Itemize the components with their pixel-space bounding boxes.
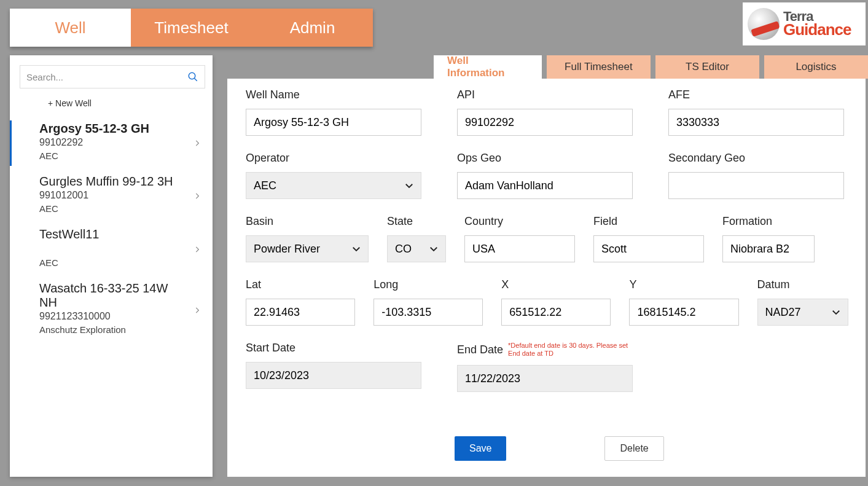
logo-swoosh-icon bbox=[748, 8, 780, 40]
field-long: Long -103.3315 bbox=[373, 278, 483, 326]
detail-sub-tabs: Well Information Full Timesheet TS Edito… bbox=[434, 55, 868, 79]
field-formation: Formation Niobrara B2 bbox=[722, 215, 815, 262]
new-well-button[interactable]: + New Well bbox=[10, 95, 213, 117]
well-information-panel: Well Name Argosy 55-12-3 GH API 99102292… bbox=[227, 79, 866, 477]
chevron-down-icon bbox=[831, 307, 842, 318]
label-start-date: Start Date bbox=[246, 342, 421, 355]
well-item-name: Gurgles Muffin 99-12 3H bbox=[39, 174, 187, 189]
well-item-name: TestWell11 bbox=[39, 227, 187, 241]
chevron-down-icon bbox=[351, 243, 362, 254]
input-start-date[interactable]: 10/23/2023 bbox=[246, 362, 421, 389]
label-state: State bbox=[387, 215, 446, 228]
search-input[interactable] bbox=[20, 72, 205, 82]
label-datum: Datum bbox=[757, 278, 848, 291]
field-start-date: Start Date 10/23/2023 bbox=[246, 342, 421, 392]
well-item-api: 99102292 bbox=[39, 137, 187, 148]
input-end-date[interactable]: 11/22/2023 bbox=[457, 365, 633, 392]
well-item-operator: AEC bbox=[39, 151, 187, 161]
input-afe[interactable]: 3330333 bbox=[668, 109, 844, 136]
select-operator[interactable]: AEC bbox=[246, 172, 421, 199]
label-secondary-geo: Secondary Geo bbox=[668, 152, 844, 165]
label-formation: Formation bbox=[722, 215, 815, 228]
label-lat: Lat bbox=[246, 278, 355, 291]
svg-line-1 bbox=[194, 78, 197, 81]
label-country: Country bbox=[464, 215, 575, 228]
select-datum[interactable]: NAD27 bbox=[757, 299, 848, 326]
save-button[interactable]: Save bbox=[455, 436, 506, 461]
well-item-name: Wasatch 16-33-25 14W NH bbox=[39, 281, 187, 310]
chevron-right-icon bbox=[193, 306, 201, 315]
sub-tab-full-timesheet[interactable]: Full Timesheet bbox=[547, 55, 651, 79]
field-y: Y 16815145.2 bbox=[629, 278, 738, 326]
select-operator-value: AEC bbox=[254, 179, 276, 192]
select-state[interactable]: CO bbox=[387, 235, 446, 262]
select-basin[interactable]: Powder River bbox=[246, 235, 369, 262]
input-api[interactable]: 99102292 bbox=[457, 109, 633, 136]
label-operator: Operator bbox=[246, 152, 421, 165]
field-field: Field Scott bbox=[593, 215, 704, 262]
field-well-name: Well Name Argosy 55-12-3 GH bbox=[246, 88, 421, 136]
well-list-sidebar: + New Well Argosy 55-12-3 GH 99102292 AE… bbox=[10, 55, 213, 477]
input-well-name[interactable]: Argosy 55-12-3 GH bbox=[246, 109, 421, 136]
input-y[interactable]: 16815145.2 bbox=[629, 299, 738, 326]
well-list-item[interactable]: Gurgles Muffin 99-12 3H 991012001 AEC bbox=[10, 170, 213, 222]
input-lat[interactable]: 22.91463 bbox=[246, 299, 355, 326]
well-item-name: Argosy 55-12-3 GH bbox=[39, 122, 187, 136]
select-datum-value: NAD27 bbox=[765, 306, 801, 319]
sub-tab-ts-editor[interactable]: TS Editor bbox=[655, 55, 759, 79]
input-secondary-geo[interactable] bbox=[668, 172, 844, 199]
field-api: API 99102292 bbox=[457, 88, 633, 136]
field-ops-geo: Ops Geo Adam VanHolland bbox=[457, 152, 633, 199]
chevron-down-icon bbox=[404, 180, 415, 191]
label-afe: AFE bbox=[668, 88, 844, 101]
field-lat: Lat 22.91463 bbox=[246, 278, 355, 326]
well-item-api: 9921123310000 bbox=[39, 311, 187, 322]
label-basin: Basin bbox=[246, 215, 369, 228]
tab-well[interactable]: Well bbox=[10, 9, 131, 47]
label-end-date: End Date bbox=[457, 343, 503, 356]
tab-admin[interactable]: Admin bbox=[252, 9, 373, 47]
field-end-date: End Date *Default end date is 30 days. P… bbox=[457, 342, 633, 392]
tab-timesheet[interactable]: Timesheet bbox=[131, 9, 252, 47]
label-x: X bbox=[501, 278, 611, 291]
well-item-api: 991012001 bbox=[39, 190, 187, 201]
field-x: X 651512.22 bbox=[501, 278, 611, 326]
label-long: Long bbox=[373, 278, 483, 291]
input-field[interactable]: Scott bbox=[593, 235, 704, 262]
input-country[interactable]: USA bbox=[464, 235, 575, 262]
label-y: Y bbox=[629, 278, 738, 291]
field-state: State CO bbox=[387, 215, 446, 262]
well-list-item[interactable]: Wasatch 16-33-25 14W NH 9921123310000 An… bbox=[10, 276, 213, 343]
well-item-operator: Anschutz Exploration bbox=[39, 324, 187, 335]
label-field: Field bbox=[593, 215, 704, 228]
search-container bbox=[20, 65, 205, 88]
delete-button[interactable]: Delete bbox=[604, 436, 663, 461]
field-country: Country USA bbox=[464, 215, 575, 262]
sub-tab-logistics[interactable]: Logistics bbox=[764, 55, 868, 79]
well-list-item[interactable]: TestWell11 AEC bbox=[10, 222, 213, 276]
field-datum: Datum NAD27 bbox=[757, 278, 848, 326]
select-basin-value: Powder River bbox=[254, 243, 320, 256]
label-ops-geo: Ops Geo bbox=[457, 152, 633, 165]
chevron-down-icon bbox=[428, 243, 439, 254]
input-ops-geo[interactable]: Adam VanHolland bbox=[457, 172, 633, 199]
well-list-item[interactable]: Argosy 55-12-3 GH 99102292 AEC bbox=[10, 117, 213, 170]
field-secondary-geo: Secondary Geo bbox=[668, 152, 844, 199]
field-basin: Basin Powder River bbox=[246, 215, 369, 262]
chevron-right-icon bbox=[193, 192, 201, 200]
label-well-name: Well Name bbox=[246, 88, 421, 101]
field-afe: AFE 3330333 bbox=[668, 88, 844, 136]
action-button-row: Save Delete bbox=[455, 436, 848, 461]
select-state-value: CO bbox=[395, 243, 412, 256]
sub-tab-well-information[interactable]: Well Information bbox=[434, 55, 542, 79]
brand-logo: Terra Guidance bbox=[743, 2, 866, 45]
chevron-right-icon bbox=[193, 139, 201, 147]
label-api: API bbox=[457, 88, 633, 101]
well-item-operator: AEC bbox=[39, 257, 187, 268]
input-long[interactable]: -103.3315 bbox=[373, 299, 483, 326]
field-operator: Operator AEC bbox=[246, 152, 421, 199]
input-x[interactable]: 651512.22 bbox=[501, 299, 611, 326]
chevron-right-icon bbox=[193, 245, 201, 254]
search-icon[interactable] bbox=[187, 71, 198, 82]
input-formation[interactable]: Niobrara B2 bbox=[722, 235, 815, 262]
